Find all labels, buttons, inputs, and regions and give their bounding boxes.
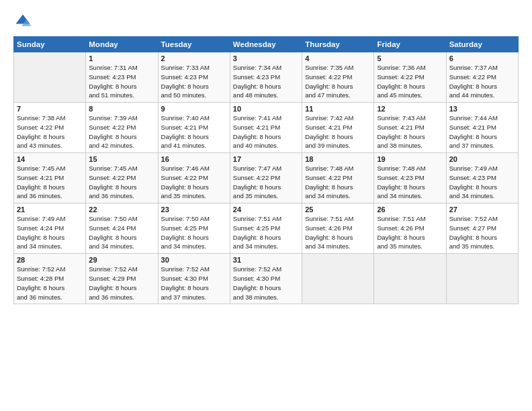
header-cell-sunday: Sunday <box>14 37 86 52</box>
day-info: Sunrise: 7:52 AM Sunset: 4:30 PM Dayligh… <box>161 265 227 302</box>
day-info: Sunrise: 7:52 AM Sunset: 4:27 PM Dayligh… <box>449 214 515 251</box>
calendar-cell: 20Sunrise: 7:49 AM Sunset: 4:23 PM Dayli… <box>446 153 518 203</box>
day-number: 20 <box>449 155 515 163</box>
day-number: 7 <box>17 105 83 113</box>
day-number: 27 <box>449 205 515 214</box>
day-info: Sunrise: 7:33 AM Sunset: 4:23 PM Dayligh… <box>161 63 227 100</box>
day-number: 25 <box>305 205 371 214</box>
day-info: Sunrise: 7:44 AM Sunset: 4:21 PM Dayligh… <box>449 113 515 150</box>
calendar-cell: 18Sunrise: 7:48 AM Sunset: 4:22 PM Dayli… <box>302 153 374 203</box>
day-info: Sunrise: 7:38 AM Sunset: 4:22 PM Dayligh… <box>17 113 83 150</box>
day-info: Sunrise: 7:48 AM Sunset: 4:22 PM Dayligh… <box>305 164 371 201</box>
calendar-cell <box>374 254 446 304</box>
calendar-cell: 4Sunrise: 7:35 AM Sunset: 4:22 PM Daylig… <box>302 52 374 103</box>
day-number: 28 <box>17 256 83 264</box>
day-info: Sunrise: 7:47 AM Sunset: 4:22 PM Dayligh… <box>233 164 299 201</box>
day-number: 29 <box>89 256 154 264</box>
calendar-cell: 16Sunrise: 7:46 AM Sunset: 4:22 PM Dayli… <box>158 153 230 203</box>
day-number: 6 <box>449 54 515 62</box>
day-info: Sunrise: 7:50 AM Sunset: 4:25 PM Dayligh… <box>161 214 227 251</box>
day-info: Sunrise: 7:50 AM Sunset: 4:24 PM Dayligh… <box>89 214 154 251</box>
calendar-cell: 30Sunrise: 7:52 AM Sunset: 4:30 PM Dayli… <box>158 254 230 304</box>
week-row-3: 14Sunrise: 7:45 AM Sunset: 4:21 PM Dayli… <box>14 153 519 203</box>
header-cell-wednesday: Wednesday <box>230 37 302 52</box>
day-number: 16 <box>161 155 227 163</box>
day-info: Sunrise: 7:42 AM Sunset: 4:21 PM Dayligh… <box>305 113 371 150</box>
day-number: 1 <box>89 54 154 62</box>
day-number: 2 <box>161 54 227 62</box>
calendar-cell <box>14 52 86 103</box>
calendar-cell: 9Sunrise: 7:40 AM Sunset: 4:21 PM Daylig… <box>158 103 230 153</box>
week-row-1: 1Sunrise: 7:31 AM Sunset: 4:23 PM Daylig… <box>14 52 519 103</box>
logo-icon <box>13 12 32 31</box>
header-cell-thursday: Thursday <box>302 37 374 52</box>
logo <box>13 12 35 31</box>
calendar-cell: 13Sunrise: 7:44 AM Sunset: 4:21 PM Dayli… <box>446 103 518 153</box>
calendar-cell: 7Sunrise: 7:38 AM Sunset: 4:22 PM Daylig… <box>14 103 86 153</box>
calendar-cell: 17Sunrise: 7:47 AM Sunset: 4:22 PM Dayli… <box>230 153 302 203</box>
calendar-cell: 23Sunrise: 7:50 AM Sunset: 4:25 PM Dayli… <box>158 203 230 254</box>
day-info: Sunrise: 7:39 AM Sunset: 4:22 PM Dayligh… <box>89 113 154 150</box>
week-row-5: 28Sunrise: 7:52 AM Sunset: 4:28 PM Dayli… <box>14 254 519 304</box>
calendar-cell: 15Sunrise: 7:45 AM Sunset: 4:22 PM Dayli… <box>86 153 158 203</box>
calendar-cell: 29Sunrise: 7:52 AM Sunset: 4:29 PM Dayli… <box>86 254 158 304</box>
calendar-cell: 21Sunrise: 7:49 AM Sunset: 4:24 PM Dayli… <box>14 203 86 254</box>
calendar-cell <box>302 254 374 304</box>
day-number: 11 <box>305 105 371 113</box>
calendar-cell: 10Sunrise: 7:41 AM Sunset: 4:21 PM Dayli… <box>230 103 302 153</box>
day-info: Sunrise: 7:43 AM Sunset: 4:21 PM Dayligh… <box>377 113 443 150</box>
page: SundayMondayTuesdayWednesdayThursdayFrid… <box>0 0 532 411</box>
day-number: 26 <box>377 205 443 214</box>
day-number: 3 <box>233 54 299 62</box>
day-info: Sunrise: 7:40 AM Sunset: 4:21 PM Dayligh… <box>161 113 227 150</box>
day-info: Sunrise: 7:52 AM Sunset: 4:29 PM Dayligh… <box>89 265 154 302</box>
day-info: Sunrise: 7:46 AM Sunset: 4:22 PM Dayligh… <box>161 164 227 201</box>
day-info: Sunrise: 7:45 AM Sunset: 4:21 PM Dayligh… <box>17 164 83 201</box>
day-number: 23 <box>161 205 227 214</box>
day-info: Sunrise: 7:45 AM Sunset: 4:22 PM Dayligh… <box>89 164 154 201</box>
day-info: Sunrise: 7:37 AM Sunset: 4:22 PM Dayligh… <box>449 63 515 100</box>
day-info: Sunrise: 7:52 AM Sunset: 4:28 PM Dayligh… <box>17 265 83 302</box>
day-number: 30 <box>161 256 227 264</box>
day-info: Sunrise: 7:35 AM Sunset: 4:22 PM Dayligh… <box>305 63 371 100</box>
day-number: 22 <box>89 205 154 214</box>
day-number: 13 <box>449 105 515 113</box>
header-cell-monday: Monday <box>86 37 158 52</box>
calendar-cell: 6Sunrise: 7:37 AM Sunset: 4:22 PM Daylig… <box>446 52 518 103</box>
calendar-cell: 19Sunrise: 7:48 AM Sunset: 4:23 PM Dayli… <box>374 153 446 203</box>
header-row: SundayMondayTuesdayWednesdayThursdayFrid… <box>14 37 519 52</box>
calendar-cell: 27Sunrise: 7:52 AM Sunset: 4:27 PM Dayli… <box>446 203 518 254</box>
day-info: Sunrise: 7:34 AM Sunset: 4:23 PM Dayligh… <box>233 63 299 100</box>
calendar-body: 1Sunrise: 7:31 AM Sunset: 4:23 PM Daylig… <box>14 52 519 304</box>
calendar-cell: 14Sunrise: 7:45 AM Sunset: 4:21 PM Dayli… <box>14 153 86 203</box>
calendar-cell: 31Sunrise: 7:52 AM Sunset: 4:30 PM Dayli… <box>230 254 302 304</box>
day-number: 19 <box>377 155 443 163</box>
header-cell-tuesday: Tuesday <box>158 37 230 52</box>
day-info: Sunrise: 7:31 AM Sunset: 4:23 PM Dayligh… <box>89 63 154 100</box>
calendar-cell: 5Sunrise: 7:36 AM Sunset: 4:22 PM Daylig… <box>374 52 446 103</box>
day-number: 14 <box>17 155 83 163</box>
day-info: Sunrise: 7:51 AM Sunset: 4:26 PM Dayligh… <box>377 214 443 251</box>
calendar-cell: 26Sunrise: 7:51 AM Sunset: 4:26 PM Dayli… <box>374 203 446 254</box>
calendar-cell: 22Sunrise: 7:50 AM Sunset: 4:24 PM Dayli… <box>86 203 158 254</box>
day-number: 8 <box>89 105 154 113</box>
header-cell-friday: Friday <box>374 37 446 52</box>
calendar-cell: 25Sunrise: 7:51 AM Sunset: 4:26 PM Dayli… <box>302 203 374 254</box>
day-number: 17 <box>233 155 299 163</box>
calendar-cell: 1Sunrise: 7:31 AM Sunset: 4:23 PM Daylig… <box>86 52 158 103</box>
week-row-4: 21Sunrise: 7:49 AM Sunset: 4:24 PM Dayli… <box>14 203 519 254</box>
calendar-cell: 12Sunrise: 7:43 AM Sunset: 4:21 PM Dayli… <box>374 103 446 153</box>
calendar-cell: 8Sunrise: 7:39 AM Sunset: 4:22 PM Daylig… <box>86 103 158 153</box>
day-info: Sunrise: 7:36 AM Sunset: 4:22 PM Dayligh… <box>377 63 443 100</box>
calendar-cell <box>446 254 518 304</box>
day-info: Sunrise: 7:48 AM Sunset: 4:23 PM Dayligh… <box>377 164 443 201</box>
header-cell-saturday: Saturday <box>446 37 518 52</box>
calendar-table: SundayMondayTuesdayWednesdayThursdayFrid… <box>13 36 519 304</box>
day-number: 12 <box>377 105 443 113</box>
day-number: 4 <box>305 54 371 62</box>
header <box>13 12 519 31</box>
day-number: 21 <box>17 205 83 214</box>
day-number: 31 <box>233 256 299 264</box>
day-info: Sunrise: 7:51 AM Sunset: 4:25 PM Dayligh… <box>233 214 299 251</box>
day-number: 5 <box>377 54 443 62</box>
